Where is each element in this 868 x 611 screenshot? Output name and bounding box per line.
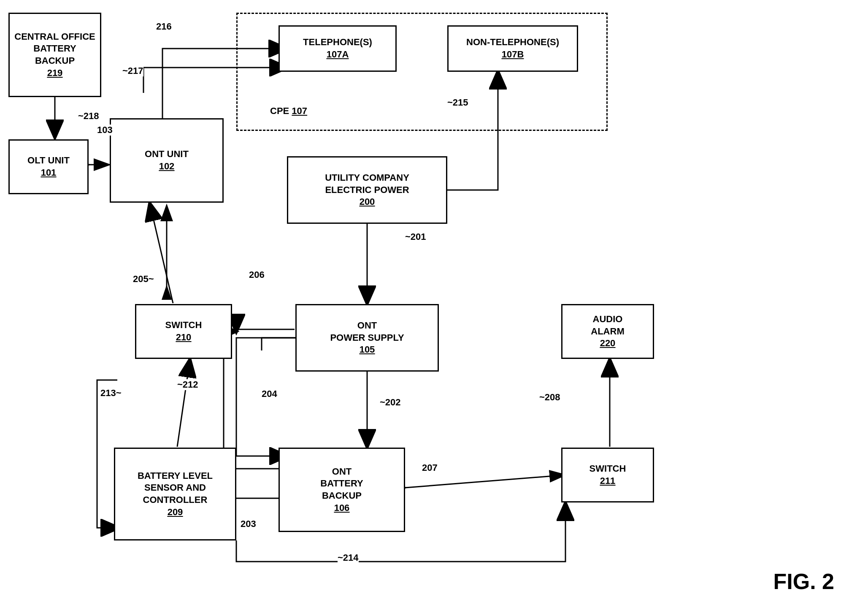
utility-power-ref: 200	[360, 196, 375, 208]
ref-216: 216	[156, 21, 172, 32]
non-telephone-label: NON-TELEPHONE(S)	[466, 36, 559, 49]
ref-215: ~215	[447, 97, 468, 108]
diagram: CENTRAL OFFICE BATTERY BACKUP 219 OLT UN…	[0, 0, 868, 611]
ont-unit-ref: 102	[159, 160, 175, 173]
ref-217: ~217	[122, 65, 143, 76]
svg-line-10	[177, 360, 190, 447]
ont-unit-label: ONT UNIT	[145, 148, 189, 160]
ref-207: 207	[422, 462, 438, 473]
utility-power-box: UTILITY COMPANYELECTRIC POWER 200	[287, 156, 447, 224]
telephone-ref: 107A	[327, 49, 349, 61]
switch-210-ref: 210	[176, 331, 192, 344]
non-telephone-box: NON-TELEPHONE(S) 107B	[447, 25, 578, 72]
battery-sensor-box: BATTERY LEVELSENSOR ANDCONTROLLER 209	[114, 448, 236, 540]
figure-label: FIG. 2	[773, 569, 834, 594]
telephone-box: TELEPHONE(S) 107A	[279, 25, 397, 72]
ref-201: ~201	[405, 231, 426, 242]
ont-power-supply-box: ONTPOWER SUPPLY 105	[295, 304, 439, 372]
switch-210-box: SWITCH 210	[135, 304, 232, 359]
utility-power-label: UTILITY COMPANYELECTRIC POWER	[325, 172, 409, 196]
central-office-label: CENTRAL OFFICE BATTERY BACKUP	[13, 31, 97, 67]
battery-sensor-label: BATTERY LEVELSENSOR ANDCONTROLLER	[138, 470, 213, 506]
ont-unit-box: ONT UNIT 102	[110, 118, 224, 203]
cpe-label: CPE 107	[270, 106, 307, 117]
battery-sensor-ref: 209	[168, 506, 183, 519]
svg-line-11	[150, 204, 173, 303]
ont-battery-backup-label: ONTBATTERYBACKUP	[320, 466, 363, 502]
non-telephone-ref: 107B	[502, 49, 524, 61]
olt-unit-label: OLT UNIT	[27, 155, 70, 167]
ont-battery-backup-box: ONTBATTERYBACKUP 106	[279, 448, 405, 532]
olt-unit-box: OLT UNIT 101	[8, 139, 89, 194]
svg-line-8	[405, 475, 565, 488]
ref-218: ~218	[78, 111, 99, 122]
central-office-box: CENTRAL OFFICE BATTERY BACKUP 219	[8, 13, 101, 97]
ont-power-supply-ref: 105	[360, 344, 375, 356]
ref-203: 203	[241, 519, 256, 530]
ref-205: 205~	[133, 274, 154, 285]
switch-211-box: SWITCH 211	[561, 448, 654, 502]
switch-211-ref: 211	[600, 475, 616, 487]
ref-213: 213~	[100, 388, 122, 399]
ref-208: ~208	[539, 392, 560, 403]
audio-alarm-ref: 220	[600, 337, 616, 350]
switch-210-label: SWITCH	[165, 319, 202, 331]
telephone-label: TELEPHONE(S)	[303, 36, 372, 49]
audio-alarm-box: AUDIOALARM 220	[561, 304, 654, 359]
ont-battery-backup-ref: 106	[334, 502, 350, 514]
ref-212: ~212	[177, 379, 198, 390]
ref-214: ~214	[338, 552, 359, 563]
ref-103: 103	[97, 125, 113, 136]
audio-alarm-label: AUDIOALARM	[591, 313, 624, 337]
ref-202: ~202	[380, 397, 401, 408]
central-office-ref: 219	[47, 67, 63, 79]
olt-unit-ref: 101	[41, 167, 57, 179]
switch-211-label: SWITCH	[589, 463, 626, 475]
ref-206: 206	[249, 269, 265, 280]
ref-204: 204	[262, 388, 277, 399]
ont-power-supply-label: ONTPOWER SUPPLY	[330, 320, 404, 344]
